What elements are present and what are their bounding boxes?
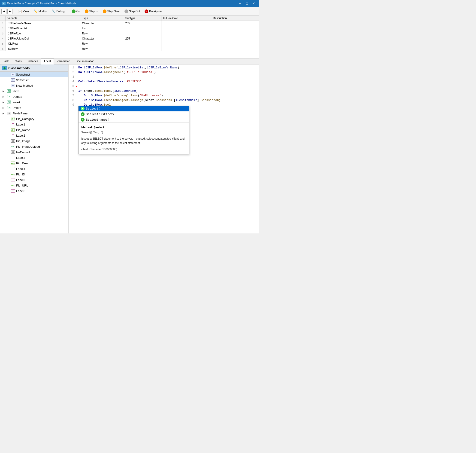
minimize-button[interactable]: ─ <box>237 1 243 6</box>
tree-item-newmethod[interactable]: ✏New Method <box>0 83 68 88</box>
tab-class[interactable]: Class <box>12 58 25 64</box>
tab-local[interactable]: Local <box>41 58 54 64</box>
tree-item-picimage[interactable]: ▦Pic_Image <box>0 138 68 144</box>
line-number-4: 4 <box>69 79 76 84</box>
tree-item-picid[interactable]: ABCPic_ID <box>0 171 68 177</box>
cell-desc <box>211 41 259 46</box>
window-controls[interactable]: ─ □ ✕ <box>237 1 257 6</box>
tree-arrow-delete: ▶ <box>2 106 5 109</box>
code-line-4[interactable]: 4Calculate lSessionName as 'PICSESS' <box>69 79 259 84</box>
tree-item-fieldspane[interactable]: ▶▦FieldsPane <box>0 111 68 116</box>
close-button[interactable]: ✕ <box>251 1 257 6</box>
tree-item-label5[interactable]: TLabel5 <box>0 177 68 183</box>
table-row[interactable]: 5 iOldRow Row <box>0 41 259 46</box>
item-icon-label5: T <box>11 178 15 182</box>
code-line-7[interactable]: 7 Do iSqlRow.$definefromsqlclass('MyPict… <box>69 93 259 98</box>
step-over-icon <box>103 9 106 13</box>
cell-subtype <box>123 31 161 36</box>
code-line-6[interactable]: 6If $root.$sessions.[lSessionName] <box>69 89 259 93</box>
cell-variable: iOldRow <box>6 41 80 46</box>
cell-subtype <box>123 41 161 46</box>
tree-label-label5: Label5 <box>16 178 25 182</box>
go-button[interactable]: Go <box>70 8 82 14</box>
code-line-5[interactable]: 5● <box>69 84 259 89</box>
code-line-1[interactable]: 1Do iJSFileRow.$define(iJSFileMimeList,i… <box>69 65 259 70</box>
tree-label-label4: Label4 <box>16 167 25 170</box>
tabs-bar: TaskClassInstanceLocalParameterDocumenta… <box>0 58 259 64</box>
row-number: 2 <box>0 26 6 31</box>
title-bar-left: 🖥 Remote Form Class pics2.PicsWebForm Cl… <box>2 2 76 5</box>
line-number-5: 5 <box>69 84 76 89</box>
cell-variable: iJSFileRow <box>6 31 80 36</box>
view-button[interactable]: 📋 View <box>16 8 31 14</box>
tree-item-destruct[interactable]: ✏$destruct <box>0 77 68 83</box>
tree-item-update[interactable]: ▶OKUpdate <box>0 94 68 99</box>
tree-item-piccategory[interactable]: ABCPic_Category <box>0 116 68 121</box>
tree-item-next[interactable]: ▶OKNext <box>0 88 68 94</box>
cell-desc <box>211 36 259 41</box>
debug-button[interactable]: 🔧 Debug <box>49 8 66 14</box>
line-marker-4 <box>76 79 78 84</box>
tab-parameter[interactable]: Parameter <box>54 58 73 64</box>
tooltip-title: Method: $select <box>81 125 186 130</box>
item-icon-label2: T <box>11 134 15 137</box>
step-over-button[interactable]: Step Over <box>101 8 122 14</box>
table-row[interactable]: 6 iSqlRow Row <box>0 46 259 51</box>
cell-variable: iSqlRow <box>6 46 80 51</box>
item-icon-picdesc: ABC <box>11 161 15 165</box>
modify-button[interactable]: ✏️ Modify <box>32 8 48 14</box>
tree-item-delete[interactable]: ▶OKDelete <box>0 105 68 111</box>
tab-task[interactable]: Task <box>0 58 12 64</box>
cell-initval <box>161 26 211 31</box>
line-content-6: If $root.$sessions.[lSessionName] <box>78 89 257 93</box>
item-icon-picname: ABC <box>11 128 15 132</box>
table-row[interactable]: 2 iJSFileMimeList List <box>0 26 259 31</box>
tab-instance[interactable]: Instance <box>25 58 41 64</box>
step-in-button[interactable]: Step In <box>83 8 100 14</box>
line-content-7: Do iSqlRow.$definefromsqlclass('MyPictur… <box>78 93 257 98</box>
tree-item-label1[interactable]: TLabel1 <box>0 121 68 127</box>
code-line-3[interactable]: 3 <box>69 75 259 79</box>
table-row[interactable]: 4 iJSFileUploadCol Character 255 <box>0 36 259 41</box>
tree-item-label2[interactable]: TLabel2 <box>0 133 68 138</box>
tree-item-filecontrol[interactable]: ▦fileControl <box>0 149 68 155</box>
line-number-9: 9 <box>69 103 76 107</box>
breakpoint-button[interactable]: ✕ Breakpoint <box>143 8 164 14</box>
tree-item-picdesc[interactable]: ABCPic_Desc <box>0 160 68 166</box>
code-line-2[interactable]: 2Do iJSFileRow.$assigncols('tJSFileBinDa… <box>69 70 259 75</box>
forward-button[interactable]: ▶ <box>7 9 13 14</box>
tree-item-construct[interactable]: ✏$construct <box>0 72 68 77</box>
tree-label-destruct: $destruct <box>16 78 28 82</box>
ac-item-select[interactable]: $select( <box>78 106 189 111</box>
code-line-8[interactable]: 8 Do iSqlRow.$sessionobject.$assign($roo… <box>69 98 259 103</box>
cell-type: List <box>80 26 123 31</box>
item-icon-next: OK <box>7 89 12 93</box>
item-icon-construct: ✏ <box>11 73 15 76</box>
tree-label-fieldspane: FieldsPane <box>13 112 28 115</box>
maximize-button[interactable]: □ <box>244 1 250 6</box>
ac-item-selectnames[interactable]: $selectnames( <box>78 117 189 122</box>
tree-item-picname[interactable]: ABCPic_Name <box>0 127 68 133</box>
tree-item-label6[interactable]: TLabel6 <box>0 188 68 194</box>
tab-documentation[interactable]: Documentation <box>73 58 97 64</box>
cell-subtype: 255 <box>123 21 161 26</box>
cell-type: Character <box>80 21 123 26</box>
ac-item-selectdistinct[interactable]: $selectdistinct( <box>78 111 189 117</box>
tree-item-picurl[interactable]: ABCPic_URL <box>0 183 68 188</box>
variable-table-container: Variable Type Subtype Init.Val/Calc Desc… <box>0 16 259 58</box>
line-number-3: 3 <box>69 75 76 79</box>
tree-item-picimageupload[interactable]: OKPic_ImageUpload <box>0 144 68 149</box>
autocomplete-dropdown[interactable]: $select($selectdistinct($selectnames( Me… <box>78 106 189 154</box>
item-icon-destruct: ✏ <box>11 78 15 82</box>
line-number-6: 6 <box>69 89 76 93</box>
code-editor[interactable]: 1Do iJSFileRow.$define(iJSFileMimeList,i… <box>69 64 259 234</box>
step-out-button[interactable]: Step Out <box>123 8 142 14</box>
back-button[interactable]: ◀ <box>1 9 7 14</box>
cell-variable: iJSFileBinVarName <box>6 21 80 26</box>
tree-container: ✏$construct✏$destruct✏New Method▶OKNext▶… <box>0 72 68 194</box>
table-row[interactable]: 3 iJSFileRow Row <box>0 31 259 36</box>
table-row[interactable]: 1 iJSFileBinVarName Character 255 <box>0 21 259 26</box>
tree-item-label3[interactable]: TLabel3 <box>0 155 68 160</box>
tree-item-label4[interactable]: TLabel4 <box>0 166 68 171</box>
tree-item-insert[interactable]: ▶OKInsert <box>0 99 68 105</box>
